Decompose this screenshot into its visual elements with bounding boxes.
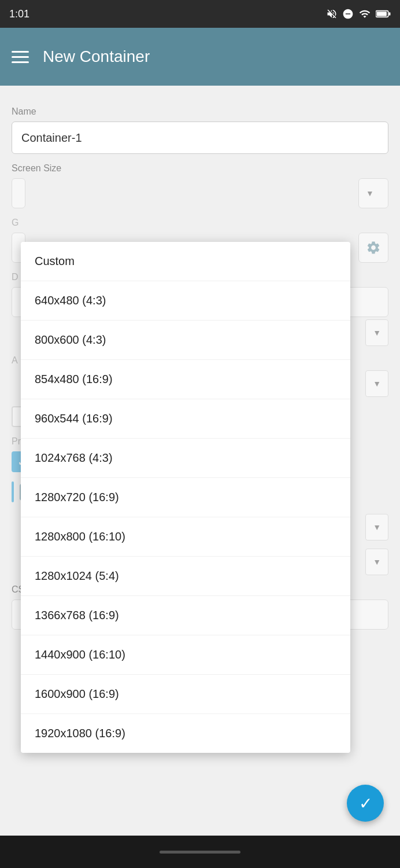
- dropdown-option-1600x900[interactable]: 1600x900 (16:9): [21, 675, 350, 714]
- mute-icon: [326, 8, 338, 20]
- display-dropdown-arrow[interactable]: ▼: [365, 319, 388, 346]
- dropdown-option-640x480[interactable]: 640x480 (4:3): [21, 281, 350, 321]
- screen-size-dropdown: Custom 640x480 (4:3) 800x600 (4:3) 854x4…: [21, 242, 350, 753]
- gear-icon: [366, 240, 381, 255]
- dropdown-option-800x600[interactable]: 800x600 (4:3): [21, 321, 350, 360]
- dropdown-option-960x544[interactable]: 960x544 (16:9): [21, 399, 350, 439]
- status-time: 1:01: [9, 8, 29, 20]
- status-icons: [326, 8, 391, 20]
- hamburger-menu-button[interactable]: [12, 51, 29, 63]
- svg-rect-1: [377, 12, 387, 16]
- confirm-fab[interactable]: ✓: [347, 785, 384, 822]
- gear-button[interactable]: [358, 233, 388, 263]
- dropdown-option-854x480[interactable]: 854x480 (16:9): [21, 360, 350, 399]
- screen-size-row: ▼: [12, 178, 388, 208]
- dropdown-option-1920x1080[interactable]: 1920x1080 (16:9): [21, 714, 350, 753]
- dropdown-option-1440x900[interactable]: 1440x900 (16:10): [21, 635, 350, 675]
- minus-circle-icon: [342, 8, 354, 20]
- svg-rect-2: [389, 12, 391, 15]
- dropdown-option-custom[interactable]: Custom: [21, 242, 350, 281]
- main-content: Name Screen Size ▼ G D ▼: [0, 86, 400, 630]
- extra-dropdown-2[interactable]: ▼: [365, 549, 388, 575]
- screen-size-label: Screen Size: [12, 163, 388, 174]
- home-indicator: [160, 851, 240, 854]
- dropdown-option-1280x800[interactable]: 1280x800 (16:10): [21, 517, 350, 557]
- battery-icon: [376, 9, 391, 19]
- dropdown-option-1024x768[interactable]: 1024x768 (4:3): [21, 439, 350, 478]
- dropdown-option-1366x768[interactable]: 1366x768 (16:9): [21, 596, 350, 635]
- env-indicator: [12, 481, 14, 502]
- status-bar: 1:01: [0, 0, 400, 28]
- checkmark-icon: ✓: [359, 794, 372, 813]
- graphics-label: G: [12, 218, 388, 228]
- page-title: New Container: [43, 47, 150, 66]
- name-label: Name: [12, 106, 388, 117]
- extra-dropdown-1[interactable]: ▼: [365, 514, 388, 540]
- screen-size-dropdown-stub[interactable]: ▼: [358, 178, 388, 208]
- audio-dropdown-arrow[interactable]: ▼: [365, 370, 388, 397]
- name-input[interactable]: [12, 122, 388, 154]
- bottom-bar: [0, 836, 400, 868]
- chevron-down-icon: ▼: [366, 189, 374, 198]
- wifi-icon: [358, 8, 371, 20]
- app-bar: New Container: [0, 28, 400, 86]
- dropdown-option-1280x1024[interactable]: 1280x1024 (5:4): [21, 557, 350, 596]
- dropdown-option-1280x720[interactable]: 1280x720 (16:9): [21, 478, 350, 517]
